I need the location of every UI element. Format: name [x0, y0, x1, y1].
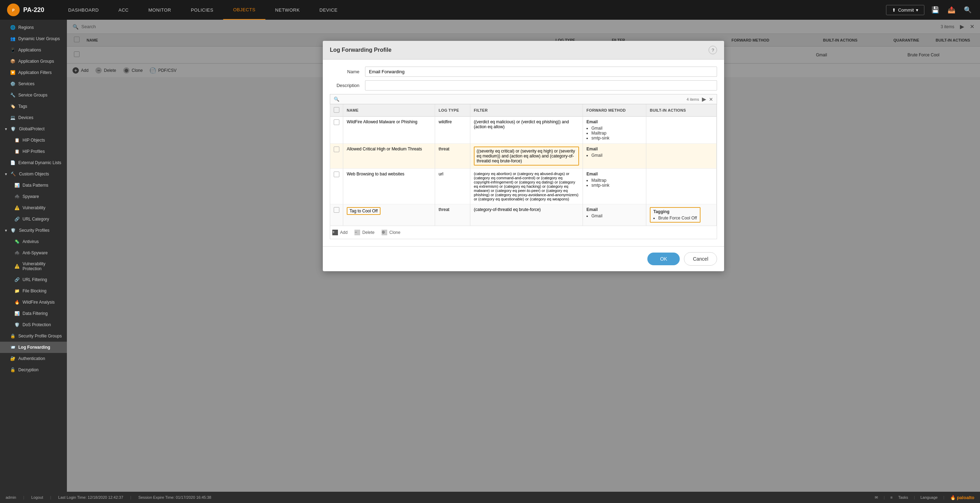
table-row: WildFire Allowed Malware or Phishing wil… [330, 117, 717, 144]
export-icon[interactable]: 📤 [946, 5, 957, 15]
file-blocking-icon: 📁 [14, 288, 20, 294]
statusbar: admin | Logout | Last Login Time: 12/18/… [0, 492, 980, 503]
name-input[interactable] [365, 67, 717, 77]
row1-email-list: Gmail Mailtrap smtp-sink [591, 126, 643, 141]
nav-monitor[interactable]: MONITOR [139, 0, 181, 20]
app-filters-icon: 🔽 [10, 70, 16, 75]
authentication-icon: 🔐 [10, 356, 16, 361]
row4-builtin-highlight: Tagging Brute Force Cool Off [650, 207, 700, 223]
row4-name-highlight: Tag to Cool Off [347, 207, 380, 215]
ok-button[interactable]: OK [648, 252, 680, 265]
sidebar-item-hip-profiles[interactable]: 📋 HIP Profiles [0, 146, 67, 157]
row2-checkbox[interactable] [334, 147, 339, 152]
list-item: Mailtrap [591, 131, 643, 136]
sidebar-item-data-patterns[interactable]: 📊 Data Patterns [0, 180, 67, 191]
sidebar-item-log-forwarding[interactable]: 📨 Log Forwarding [0, 342, 67, 353]
list-item: smtp-sink [591, 183, 643, 188]
app-logo: P PA-220 [7, 3, 45, 16]
nav-policies[interactable]: POLICIES [181, 0, 223, 20]
row1-checkbox[interactable] [334, 120, 339, 125]
modal-search-close[interactable]: ✕ [709, 96, 713, 102]
sidebar-item-services[interactable]: ⚙️ Services [0, 78, 67, 89]
sidebar-item-vulnerability[interactable]: ⚠️ Vulnerability [0, 202, 67, 214]
modal-clone-button[interactable]: ⊕ Clone [382, 230, 400, 235]
commit-icon: ⬆ [892, 7, 896, 13]
th-name: NAME [343, 104, 435, 117]
sidebar-item-file-blocking[interactable]: 📁 File Blocking [0, 285, 67, 297]
modal-footer: OK Cancel [323, 246, 724, 271]
sidebar-item-url-filtering[interactable]: 🔗 URL Filtering [0, 274, 67, 285]
sidebar-item-antivirus[interactable]: 🦠 Antivirus [0, 236, 67, 247]
logo-icon: P [7, 3, 20, 16]
sidebar-item-data-filtering[interactable]: 📊 Data Filtering [0, 308, 67, 319]
antivirus-icon: 🦠 [14, 239, 20, 244]
sidebar-item-authentication[interactable]: 🔐 Authentication [0, 353, 67, 364]
sidebar-item-hip-objects[interactable]: 📋 HIP Objects [0, 134, 67, 146]
nav-acc[interactable]: ACC [109, 0, 139, 20]
dos-protection-icon: 🛡️ [14, 322, 20, 327]
sidebar-item-applications[interactable]: 📱 Applications [0, 45, 67, 56]
save-icon[interactable]: 💾 [930, 5, 940, 15]
devices-icon: 💻 [10, 115, 16, 120]
form-description-row: Description [330, 80, 717, 91]
sidebar-item-tags[interactable]: 🏷️ Tags [0, 101, 67, 112]
regions-icon: 🌐 [10, 25, 16, 30]
sidebar-item-regions[interactable]: 🌐 Regions [0, 22, 67, 33]
sidebar-item-globalprotect[interactable]: ▼ 🛡️ GlobalProtect [0, 123, 67, 134]
modal-clone-icon: ⊕ [382, 230, 387, 235]
applications-icon: 📱 [10, 47, 16, 53]
table-row: Tag to Cool Off threat (category-of-thre… [330, 204, 717, 226]
services-icon: ⚙️ [10, 81, 16, 87]
hip-profiles-icon: 📋 [14, 149, 20, 154]
modal-search-input[interactable] [342, 96, 684, 102]
security-pg-icon: 🔒 [10, 333, 16, 339]
sidebar-item-custom-objects[interactable]: ▼ 🔨 Custom Objects [0, 168, 67, 180]
sidebar-item-dos-protection[interactable]: 🛡️ DoS Protection [0, 319, 67, 331]
modal-table-search: 🔍 4 items ▶ ✕ [330, 94, 717, 104]
row3-checkbox[interactable] [334, 172, 339, 177]
modal-add-button[interactable]: + Add [332, 230, 347, 235]
sidebar-item-application-groups[interactable]: 📦 Application Groups [0, 56, 67, 67]
modal-select-all[interactable] [334, 107, 339, 113]
sidebar-item-security-profiles[interactable]: ▼ 🛡️ Security Profiles [0, 225, 67, 236]
sidebar-item-service-groups[interactable]: 🔧 Service Groups [0, 89, 67, 101]
commit-button[interactable]: ⬆ Commit ▾ [886, 5, 924, 15]
status-logout[interactable]: Logout [31, 495, 43, 500]
search-icon[interactable]: 🔍 [963, 5, 973, 15]
chevron-down-icon3: ▼ [4, 228, 8, 233]
sidebar-item-dynamic-user-groups[interactable]: 👥 Dynamic User Groups [0, 33, 67, 45]
sidebar-item-decryption[interactable]: 🔓 Decryption [0, 364, 67, 375]
row4-checkbox[interactable] [334, 207, 339, 213]
nav-device[interactable]: DEVICE [310, 0, 347, 20]
th-builtin: BUILT-IN ACTIONS [646, 104, 717, 117]
status-language[interactable]: Language [921, 495, 938, 500]
sidebar-item-vuln-protection[interactable]: ⚠️ Vulnerability Protection [0, 259, 67, 274]
log-forwarding-icon: 📨 [10, 345, 16, 350]
sidebar-item-url-category[interactable]: 🔗 URL Category [0, 214, 67, 225]
sidebar-item-application-filters[interactable]: 🔽 Application Filters [0, 67, 67, 78]
sidebar-item-external-dynamic-lists[interactable]: 📄 External Dynamic Lists [0, 157, 67, 168]
modal-nav-arrow[interactable]: ▶ [702, 96, 706, 102]
modal-table-actions: + Add − Delete ⊕ Clone [330, 226, 717, 239]
row3-name: Web Browsing to bad websites [343, 169, 435, 204]
sidebar-item-wildfire-analysis[interactable]: 🔥 WildFire Analysis [0, 297, 67, 308]
status-tasks[interactable]: Tasks [898, 495, 908, 500]
nav-dashboard[interactable]: DASHBOARD [59, 0, 109, 20]
modal-help-button[interactable]: ? [709, 46, 717, 54]
row2-checkbox-cell [330, 144, 343, 169]
row4-builtin: Tagging Brute Force Cool Off [646, 204, 717, 226]
tags-icon: 🏷️ [10, 104, 16, 109]
statusbar-right: ✉ | ≡ Tasks | Language | 🔥 paloalto [875, 495, 974, 500]
row3-builtin [646, 169, 717, 204]
nav-network[interactable]: NETWORK [266, 0, 310, 20]
sidebar-item-devices[interactable]: 💻 Devices [0, 112, 67, 123]
sidebar-item-anti-spyware[interactable]: 🕷️ Anti-Spyware [0, 247, 67, 259]
th-checkbox [330, 104, 343, 117]
modal-delete-button[interactable]: − Delete [355, 230, 375, 235]
cancel-button[interactable]: Cancel [684, 252, 717, 266]
sidebar-item-spyware[interactable]: 🕷️ Spyware [0, 191, 67, 202]
description-input[interactable] [365, 80, 717, 91]
sidebar-item-security-profile-groups[interactable]: 🔒 Security Profile Groups [0, 331, 67, 342]
nav-objects[interactable]: OBJECTS [223, 0, 265, 20]
row4-email-list: Gmail [591, 214, 643, 219]
